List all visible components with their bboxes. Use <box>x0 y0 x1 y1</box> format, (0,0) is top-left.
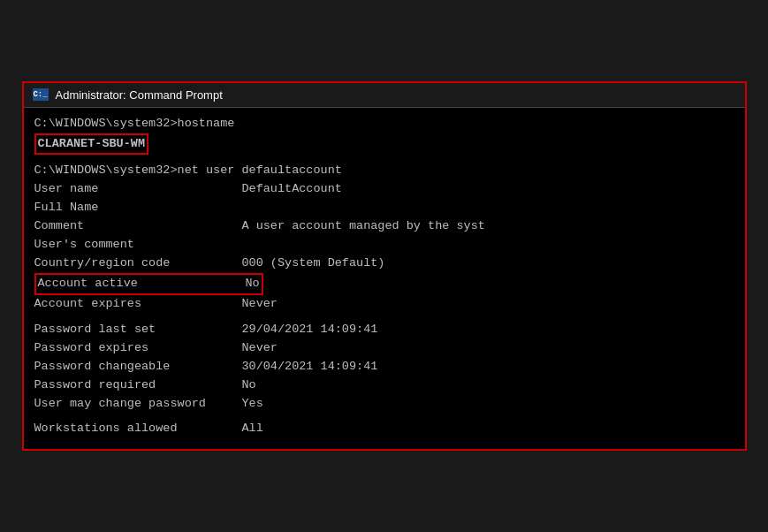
field-line: User may change password Yes <box>34 395 734 414</box>
field-line: Workstations allowed All <box>34 420 734 438</box>
blank-line <box>34 413 734 420</box>
account-active-box: Account active No <box>34 273 263 295</box>
window-title: Administrator: Command Prompt <box>56 88 223 102</box>
field-line: User name DefaultAccount <box>34 180 734 199</box>
field-line: Comment A user account managed by the sy… <box>34 217 734 236</box>
cmd-icon: C:_ <box>33 88 49 101</box>
field-line: Password required No <box>34 376 734 395</box>
field-line: Full Name <box>34 199 734 217</box>
prompt-line: C:\WINDOWS\system32>net user defaultacco… <box>34 162 734 180</box>
field-line: Password expires Never <box>34 339 734 358</box>
field-line: Password last set 29/04/2021 14:09:41 <box>34 321 734 339</box>
hostname-value: CLARANET-SBU-WM <box>34 133 149 156</box>
hostname-line: CLARANET-SBU-WM <box>34 133 734 156</box>
prompt-line: C:\WINDOWS\system32>hostname <box>34 115 734 133</box>
field-line: Country/region code 000 (System Default) <box>34 255 734 273</box>
field-highlight-line: Account active No <box>34 273 734 295</box>
cmd-window: C:_ Administrator: Command Prompt C:\WIN… <box>22 81 747 452</box>
blank-line <box>34 314 734 321</box>
blank-line <box>34 155 734 162</box>
title-bar: C:_ Administrator: Command Prompt <box>24 83 745 108</box>
terminal-content: C:\WINDOWS\system32>hostnameCLARANET-SBU… <box>24 108 745 450</box>
field-line: Account expires Never <box>34 295 734 314</box>
field-line: Password changeable 30/04/2021 14:09:41 <box>34 358 734 376</box>
field-line: User's comment <box>34 236 734 255</box>
